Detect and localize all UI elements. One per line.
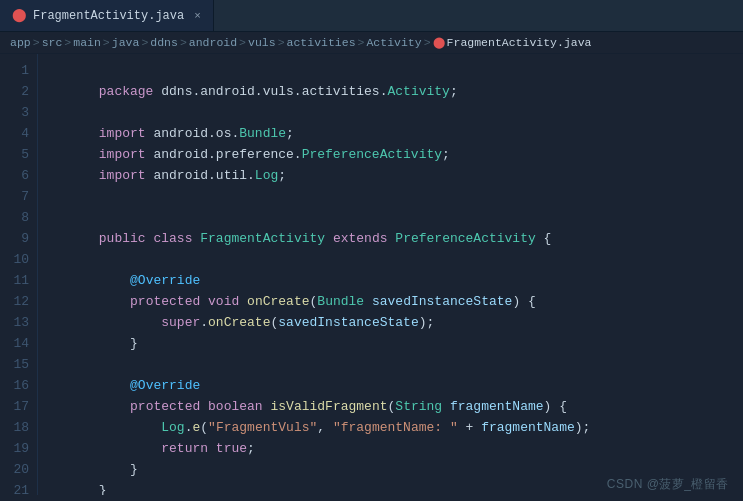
breadcrumb: app > src > main > java > ddns > android… [0,32,743,54]
breadcrumb-java: java [112,36,140,49]
breadcrumb-filename: FragmentActivity.java [447,36,592,49]
tab-bar: ⬤ FragmentActivity.java × [0,0,743,32]
line-numbers: 1 2 3 4 5 6 7 8 9 10 11 12 13 14 15 16 1… [0,54,38,495]
breadcrumb-vuls: vuls [248,36,276,49]
code-line-14 [52,333,743,354]
code-lines: package ddns.android.vuls.activities.Act… [38,54,743,495]
tab-fragmentactivity[interactable]: ⬤ FragmentActivity.java × [0,0,214,31]
watermark: CSDN @菠萝_橙留香 [607,476,729,493]
breadcrumb-app: app [10,36,31,49]
tab-error-icon: ⬤ [12,9,27,22]
code-line-10: @Override [52,249,743,270]
breadcrumb-android: android [189,36,237,49]
breadcrumb-activities: activities [287,36,356,49]
code-editor: 1 2 3 4 5 6 7 8 9 10 11 12 13 14 15 16 1… [0,54,743,495]
breadcrumb-activity: Activity [366,36,421,49]
tab-filename: FragmentActivity.java [33,9,184,23]
breadcrumb-src: src [42,36,63,49]
code-line-7 [52,186,743,207]
code-line-8: public class FragmentActivity extends Pr… [52,207,743,228]
tab-close-button[interactable]: × [194,10,201,22]
code-line-15: @Override [52,354,743,375]
code-line-3: import android.os.Bundle; [52,102,743,123]
breadcrumb-file-error-icon: ⬤ [433,36,445,49]
breadcrumb-ddns: ddns [150,36,178,49]
breadcrumb-main: main [73,36,101,49]
code-line-1: package ddns.android.vuls.activities.Act… [52,60,743,81]
